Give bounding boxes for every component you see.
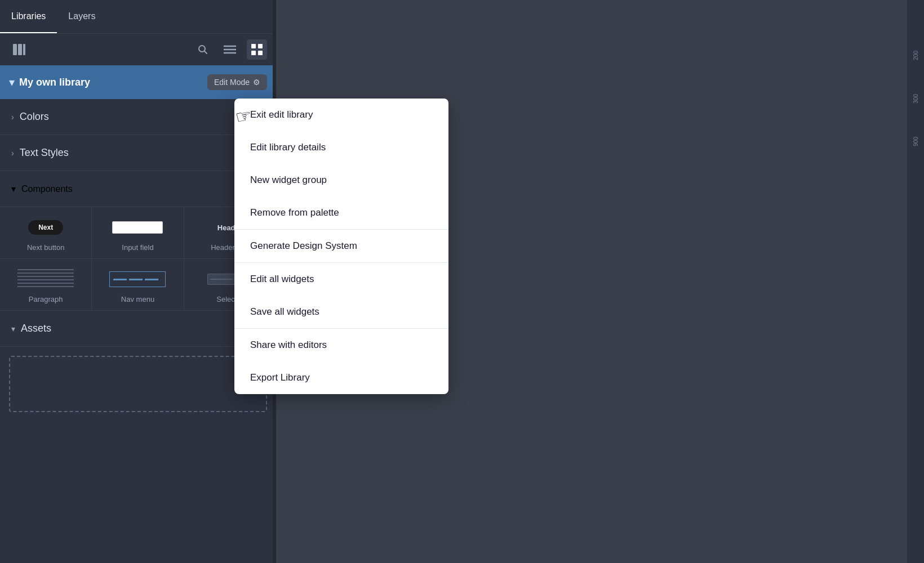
text-styles-label: Text Styles bbox=[20, 147, 69, 159]
component-label-nav-menu: Nav menu bbox=[121, 295, 154, 303]
component-thumb-paragraph bbox=[15, 268, 77, 291]
tab-bar: Libraries Layers bbox=[0, 0, 276, 34]
component-item-nav-menu[interactable]: Nav menu bbox=[92, 259, 184, 311]
ruler-mark-300: 300 bbox=[913, 94, 919, 104]
svg-rect-8 bbox=[251, 44, 256, 48]
library-title: My own library bbox=[19, 77, 203, 88]
component-item-input-field[interactable]: Input field bbox=[92, 207, 184, 259]
component-label-paragraph: Paragraph bbox=[29, 295, 63, 303]
search-icon[interactable] bbox=[193, 39, 213, 60]
svg-rect-10 bbox=[251, 51, 256, 55]
menu-item-export-library[interactable]: Export Library bbox=[234, 361, 448, 394]
menu-item-remove-palette[interactable]: Remove from palette bbox=[234, 196, 448, 229]
svg-rect-1 bbox=[18, 44, 22, 55]
svg-rect-2 bbox=[23, 44, 25, 55]
colors-label: Colors bbox=[20, 111, 49, 123]
menu-item-edit-details[interactable]: Edit library details bbox=[234, 131, 448, 164]
components-chevron-icon: ▾ bbox=[11, 184, 16, 194]
colors-chevron-icon: › bbox=[11, 113, 14, 122]
toolbar bbox=[0, 34, 276, 65]
components-label: Components bbox=[21, 184, 73, 194]
dropdown-menu: Exit edit library Edit library details N… bbox=[234, 99, 448, 394]
component-thumb-nav-menu bbox=[106, 268, 168, 291]
menu-item-save-widgets[interactable]: Save all widgets bbox=[234, 296, 448, 328]
component-item-paragraph[interactable]: Paragraph bbox=[0, 259, 92, 311]
component-thumb-input-field bbox=[106, 216, 168, 239]
ruler-mark-900: 900 bbox=[913, 137, 919, 146]
tab-libraries[interactable]: Libraries bbox=[0, 0, 57, 33]
menu-item-share-editors[interactable]: Share with editors bbox=[234, 329, 448, 361]
dashed-placeholder bbox=[9, 356, 267, 412]
menu-icon[interactable] bbox=[220, 39, 240, 60]
edit-mode-button[interactable]: Edit Mode ⚙ bbox=[207, 74, 267, 90]
svg-rect-11 bbox=[258, 51, 263, 55]
svg-rect-0 bbox=[13, 44, 17, 55]
library-chevron-icon: ▾ bbox=[9, 75, 15, 89]
component-item-next-button[interactable]: Next Next button bbox=[0, 207, 92, 259]
tab-layers[interactable]: Layers bbox=[57, 0, 106, 33]
library-icon[interactable] bbox=[9, 39, 29, 60]
svg-line-4 bbox=[205, 51, 207, 54]
text-styles-chevron-icon: › bbox=[11, 149, 14, 158]
svg-rect-9 bbox=[258, 44, 263, 48]
menu-item-generate-ds[interactable]: Generate Design System bbox=[234, 230, 448, 262]
assets-label: Assets bbox=[21, 323, 51, 334]
assets-chevron-icon: ▾ bbox=[11, 324, 15, 333]
menu-item-new-widget-group[interactable]: New widget group bbox=[234, 164, 448, 196]
library-header: ▾ My own library Edit Mode ⚙ bbox=[0, 65, 276, 99]
vertical-ruler: 200 300 900 bbox=[907, 0, 924, 563]
menu-item-edit-widgets[interactable]: Edit all widgets bbox=[234, 263, 448, 296]
grid-icon[interactable] bbox=[247, 39, 267, 60]
component-label-input-field: Input field bbox=[122, 243, 153, 252]
ruler-mark-200: 200 bbox=[913, 51, 919, 60]
component-thumb-next-button: Next bbox=[15, 216, 77, 239]
component-label-next-button: Next button bbox=[27, 243, 65, 252]
menu-item-exit-edit[interactable]: Exit edit library bbox=[234, 99, 448, 131]
